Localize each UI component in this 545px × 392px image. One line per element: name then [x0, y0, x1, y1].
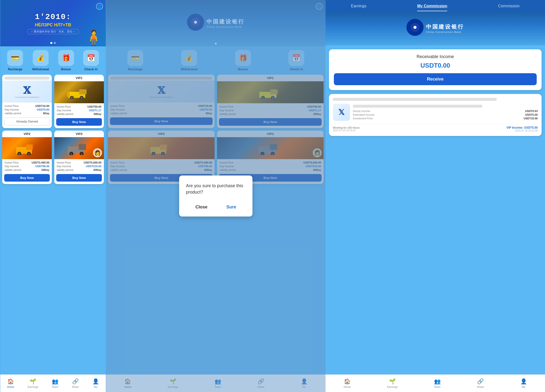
modal-buttons: Close Sure	[186, 203, 246, 212]
action-checkin[interactable]: 📅 Check in	[83, 50, 99, 71]
recharge-icon: 💳	[11, 54, 19, 62]
product-details-vip3: Invest Price USDT5,000.00 Day Income USD…	[54, 159, 104, 174]
banner: 🌐 1'2010: НЁЛЗРС НЛ7+ТВ — 重承服务承智 联行「站长」责…	[0, 0, 106, 46]
vip1-income-label: Day Income	[57, 109, 71, 112]
action-recharge[interactable]: 💳 Recharge	[7, 50, 23, 71]
products-grid: 𝕏 YOUKUANYUANMAKU Invest Price USDT10.00…	[2, 75, 104, 204]
product-details-vip2: Invest Price USDT2,400.00 Day Income USD…	[2, 159, 52, 174]
vip3-income-label: Day Income	[57, 165, 71, 168]
investment-logo: 𝕏	[333, 104, 350, 121]
bank-logo-circle-3	[406, 19, 424, 36]
globe-icon[interactable]: 🌐	[96, 3, 103, 10]
vip2-validity-row: validity period 60Day	[5, 168, 49, 171]
action-withdrawal[interactable]: 💰 Withdrawal	[32, 50, 49, 71]
team-icon: 👥	[52, 378, 58, 385]
estimated-income-row: Estimated Income USDT5.00	[353, 113, 538, 116]
receive-button[interactable]: Receive	[334, 73, 537, 85]
vip2-invest-value: USDT2,400.00	[32, 161, 49, 164]
already-owned-button[interactable]: Already Owned	[4, 117, 50, 125]
nav-earnings-1[interactable]: 🌱 Earnings	[28, 378, 38, 388]
modal-sure-button[interactable]: Sure	[221, 203, 241, 212]
home-label: Home	[7, 385, 14, 388]
vip1-income-row: Day Income USDT1.17	[57, 109, 101, 112]
panel-3: Earnings My Commission Commission 中国建设银行…	[326, 0, 545, 392]
vip1-title: VIP1	[54, 75, 104, 81]
tab-bar: Earnings My Commission Commission	[326, 0, 545, 11]
withdrawal-icon-wrap: 💰	[33, 50, 49, 66]
vip1-invest-value: USDT50.00	[87, 105, 101, 108]
modal-overlay: Are you sure to purchase this product? C…	[106, 0, 326, 392]
tab-earnings[interactable]: Earnings	[351, 4, 366, 11]
svg-rect-1	[79, 89, 87, 94]
banner-figure: 🧍	[84, 15, 103, 46]
vip1-validity-row: validity period 30Day	[57, 113, 101, 115]
nav-team-3[interactable]: 👥 Team	[434, 378, 441, 388]
share-icon: 🔗	[72, 378, 79, 385]
investment-name-blurred	[333, 98, 497, 101]
blurred-title-1	[5, 77, 49, 80]
my-label-3: My	[522, 385, 525, 388]
earnings-label-3: Earnings	[387, 385, 398, 388]
vip1-invest-label: Invest Price	[57, 105, 71, 108]
invest-price-row: Invest Price USDT10.00	[5, 104, 49, 107]
team-label: Team	[52, 385, 58, 388]
nav-earnings-3[interactable]: 🌱 Earnings	[387, 378, 398, 388]
home-icon-3: 🏠	[344, 378, 350, 385]
product-image-logo: 𝕏 YOUKUANYUANMAKU	[2, 81, 52, 103]
banner-content: 1'2010: НЁЛЗРС НЛ7+ТВ — 重承服务承智 联行「站长」责任 …	[27, 12, 79, 34]
recharge-icon-wrap: 💳	[7, 50, 23, 66]
working-date: 2024-07-28 19:19:24	[333, 129, 360, 132]
nav-my-3[interactable]: 👤 My	[520, 378, 527, 388]
vip1-income-value: USDT1.17	[89, 109, 101, 112]
investment-price-row: Investment Price USDT10.00	[353, 117, 538, 120]
banner-title: 1'2010:	[27, 12, 79, 21]
vip2-buy-button[interactable]: Buy Now	[4, 174, 50, 182]
bank-logo-area-3: 中国建设银行 China Construction Bank	[406, 19, 464, 38]
bank-logo-svg-3	[410, 22, 420, 32]
invest-price-value: USDT10.00	[35, 104, 49, 107]
team-icon-3: 👥	[434, 378, 441, 385]
earnings-icon: 🌱	[30, 378, 36, 385]
tab-commission[interactable]: Commission	[498, 4, 520, 11]
banner-tagline: — 重承服务承智 联行「站长」责任 —	[27, 29, 79, 34]
vip2-validity-label: validity period	[5, 168, 21, 171]
vip3-title: VIP3	[54, 131, 104, 137]
vip2-income-value: USDT96.00	[35, 165, 49, 168]
validity-row: validity period 6Day	[5, 112, 49, 115]
vip3-income-value: USDT210.00	[86, 165, 101, 168]
nav-share-3[interactable]: 🔗 Share	[477, 378, 484, 388]
nav-share-1[interactable]: 🔗 Share	[72, 378, 79, 388]
hourly-income-value: USDT0.03	[525, 110, 538, 113]
estimated-income-value: USDT5.00	[525, 113, 538, 116]
dot-1	[50, 42, 52, 44]
share-label: Share	[72, 385, 79, 388]
vip3-buy-button[interactable]: Buy Now	[56, 174, 102, 182]
product-card-default: 𝕏 YOUKUANYUANMAKU Invest Price USDT10.00…	[2, 75, 52, 128]
nav-home-1[interactable]: 🏠 Home	[7, 378, 14, 388]
avatar-overlay: 👩	[93, 148, 102, 157]
withdrawal-label: Withdrawal	[32, 67, 49, 71]
nav-home-3[interactable]: 🏠 Home	[344, 378, 351, 388]
investment-price-value: USDT10.00	[524, 117, 538, 120]
product-details-default: Invest Price USDT10.00 Day Income USDT0.…	[2, 103, 52, 117]
estimated-income-label: Estimated Income	[353, 113, 374, 116]
svg-point-40	[414, 26, 416, 29]
vip1-validity-value: 30Day	[94, 113, 101, 115]
vip-income-date: 2024-07-28 19:12:08	[506, 129, 538, 132]
tab-my-commission[interactable]: My Commission	[417, 4, 447, 11]
nav-team-1[interactable]: 👥 Team	[52, 378, 58, 388]
vip2-invest-row: Invest Price USDT2,400.00	[5, 161, 49, 164]
bottom-nav-3: 🏠 Home 🌱 Earnings 👥 Team 🔗 Share 👤 My	[326, 374, 545, 392]
svg-rect-14	[79, 144, 86, 150]
modal-close-button[interactable]: Close	[191, 203, 212, 212]
action-bonus[interactable]: 🎁 Bonus	[58, 50, 74, 71]
svg-point-10	[18, 153, 20, 155]
svg-rect-6	[67, 93, 70, 97]
day-income-row: Day Income USDT0.83	[5, 108, 49, 111]
vip1-buy-button[interactable]: Buy Now	[56, 118, 102, 126]
vip3-invest-value: USDT5,000.00	[84, 161, 101, 164]
nav-my-1[interactable]: 👤 My	[92, 378, 99, 388]
checkin-icon: 📅	[87, 54, 95, 62]
svg-point-12	[28, 153, 30, 155]
vip3-validity-label: validity period	[57, 168, 73, 171]
